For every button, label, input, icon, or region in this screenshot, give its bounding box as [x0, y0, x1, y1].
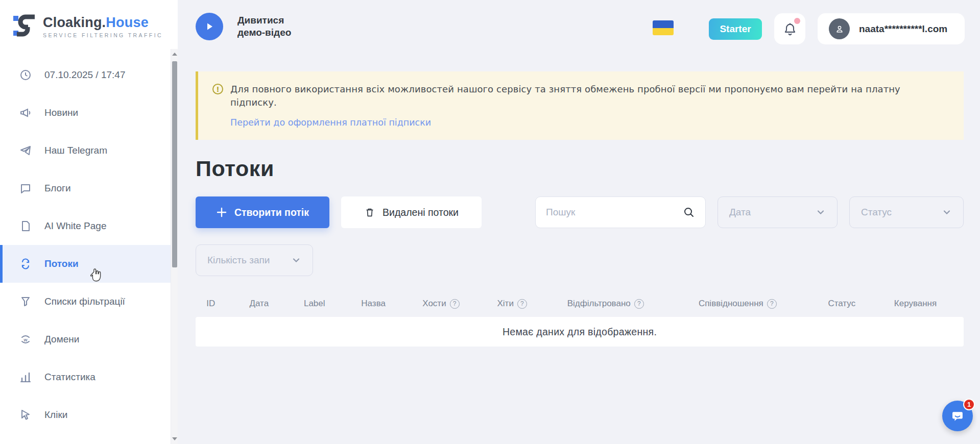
sidebar-nav: 07.10.2025 / 17:47 Новини Наш Telegram Б…	[0, 56, 171, 434]
brand-logo[interactable]: Cloaking.House SERVICE FILTERING TRAFFIC	[0, 0, 178, 41]
sidebar-item-label: Блоги	[44, 183, 71, 194]
sidebar-item-blogs[interactable]: Блоги	[0, 169, 171, 207]
help-icon[interactable]: ?	[517, 299, 527, 309]
sidebar-item-ai-white-page[interactable]: AI White Page	[0, 207, 171, 245]
date-filter-label: Дата	[729, 207, 751, 218]
sidebar-item-label: Потоки	[44, 258, 79, 269]
sidebar-item-news[interactable]: Новини	[0, 94, 171, 132]
chevron-down-icon	[816, 207, 826, 217]
create-stream-label: Створити потік	[234, 207, 309, 218]
chat-launcher-button[interactable]: 1	[942, 401, 973, 431]
sidebar-item-label: Новини	[44, 107, 78, 118]
brand-logo-icon	[12, 12, 36, 41]
bar-chart-icon	[19, 371, 32, 384]
column-header-label: Label	[292, 299, 337, 309]
top-header: Дивитися демо-відео Starter naata*******…	[178, 0, 980, 58]
deleted-streams-label: Видалені потоки	[383, 207, 459, 218]
search-input[interactable]	[546, 207, 683, 218]
help-icon[interactable]: ?	[450, 299, 460, 309]
brand-name-secondary: House	[106, 15, 149, 30]
toolbar: Створити потік Видалені потоки Дата Стат…	[196, 196, 964, 228]
banner-text: Для повного використання всіх можливосте…	[230, 83, 948, 109]
sidebar-item-label: Списки фільтрації	[44, 296, 125, 307]
column-header-ratio: Співвідношення?	[659, 299, 816, 309]
funnel-icon	[19, 295, 32, 308]
sidebar-item-label: 07.10.2025 / 17:47	[44, 69, 125, 81]
bell-icon	[783, 22, 797, 36]
language-flag-ukraine[interactable]	[653, 20, 674, 35]
records-count-label: Кількість запи	[207, 255, 270, 266]
sidebar-item-label: Домени	[44, 334, 79, 345]
user-email: naata**********l.com	[859, 23, 947, 35]
help-icon[interactable]: ?	[767, 299, 777, 309]
sidebar-item-domains[interactable]: w Домени	[0, 320, 171, 358]
megaphone-icon	[19, 106, 32, 119]
demo-video-label[interactable]: Дивитися демо-відео	[237, 14, 301, 39]
deleted-streams-button[interactable]: Видалені потоки	[341, 196, 482, 228]
create-stream-button[interactable]: Створити потік	[196, 196, 329, 228]
status-filter-select[interactable]: Статус	[849, 196, 964, 228]
sidebar-item-clicks[interactable]: Кліки	[0, 396, 171, 434]
brand-name-primary: Cloaking.	[43, 15, 106, 30]
play-icon[interactable]	[196, 13, 223, 40]
plus-icon	[216, 207, 227, 218]
trial-warning-banner: ! Для повного використання всіх можливос…	[196, 71, 964, 140]
telegram-icon	[19, 144, 32, 157]
svg-text:w: w	[23, 337, 28, 342]
column-header-filtered: Відфільтровано?	[552, 299, 659, 309]
date-filter-select[interactable]: Дата	[718, 196, 838, 228]
column-header-name: Назва	[337, 299, 410, 309]
sidebar-item-label: Наш Telegram	[44, 145, 107, 156]
column-header-hosts: Хости?	[410, 299, 472, 309]
chevron-down-icon	[942, 207, 952, 217]
clock-icon	[19, 68, 32, 82]
column-header-status: Статус	[817, 299, 867, 309]
click-cursor-icon	[19, 408, 32, 422]
user-avatar-icon	[829, 18, 850, 39]
trash-icon	[364, 207, 375, 218]
page-icon	[19, 219, 32, 233]
plan-badge[interactable]: Starter	[709, 18, 762, 40]
subscription-link[interactable]: Перейти до оформлення платної підписки	[230, 117, 431, 128]
flag-blue-stripe	[653, 20, 674, 28]
sidebar-item-label: Кліки	[44, 409, 67, 421]
user-account-button[interactable]: naata**********l.com	[818, 13, 965, 44]
sidebar-item-statistics[interactable]: Статистика	[0, 358, 171, 396]
table-header-row: ID Дата Label Назва Хости? Хіти? Відфіль…	[196, 299, 964, 309]
chevron-down-icon	[291, 255, 301, 265]
notification-dot	[794, 18, 800, 24]
warning-icon: !	[212, 84, 223, 94]
toolbar-row-2: Кількість запи	[196, 244, 964, 276]
table-empty-state: Немає даних для відображення.	[196, 317, 964, 347]
records-count-select[interactable]: Кількість запи	[196, 244, 313, 276]
demo-video-button[interactable]: Дивитися демо-відео	[196, 13, 301, 40]
scrollbar-down-arrow-icon[interactable]	[171, 435, 178, 443]
column-header-id: ID	[196, 299, 226, 309]
main-content: ! Для повного використання всіх можливос…	[196, 71, 964, 347]
sidebar-item-label: Статистика	[44, 372, 95, 383]
chat-bubble-icon	[19, 182, 32, 195]
brand-tagline: SERVICE FILTERING TRAFFIC	[43, 32, 163, 38]
scrollbar-thumb[interactable]	[172, 61, 177, 267]
help-icon[interactable]: ?	[634, 299, 644, 309]
sidebar-item-telegram[interactable]: Наш Telegram	[0, 132, 171, 169]
sidebar-item-datetime[interactable]: 07.10.2025 / 17:47	[0, 56, 171, 94]
column-header-hits: Хіти?	[472, 299, 552, 309]
sidebar-item-filter-lists[interactable]: Списки фільтрації	[0, 283, 171, 320]
column-header-date: Дата	[226, 299, 292, 309]
search-box[interactable]	[535, 196, 706, 228]
sync-icon	[19, 257, 32, 270]
brand-name: Cloaking.House SERVICE FILTERING TRAFFIC	[43, 15, 163, 38]
app-root: Cloaking.House SERVICE FILTERING TRAFFIC…	[0, 0, 980, 444]
sidebar-item-streams[interactable]: Потоки	[0, 245, 171, 283]
search-icon[interactable]	[683, 206, 695, 218]
scrollbar-up-arrow-icon[interactable]	[171, 50, 178, 58]
domains-icon: w	[19, 333, 32, 346]
sidebar: Cloaking.House SERVICE FILTERING TRAFFIC…	[0, 0, 178, 444]
status-filter-label: Статус	[861, 207, 892, 218]
notifications-button[interactable]	[774, 13, 805, 44]
sidebar-scrollbar[interactable]	[171, 49, 178, 444]
flag-yellow-stripe	[653, 28, 674, 36]
page-title: Потоки	[196, 156, 964, 181]
column-header-manage: Керування	[867, 299, 964, 309]
